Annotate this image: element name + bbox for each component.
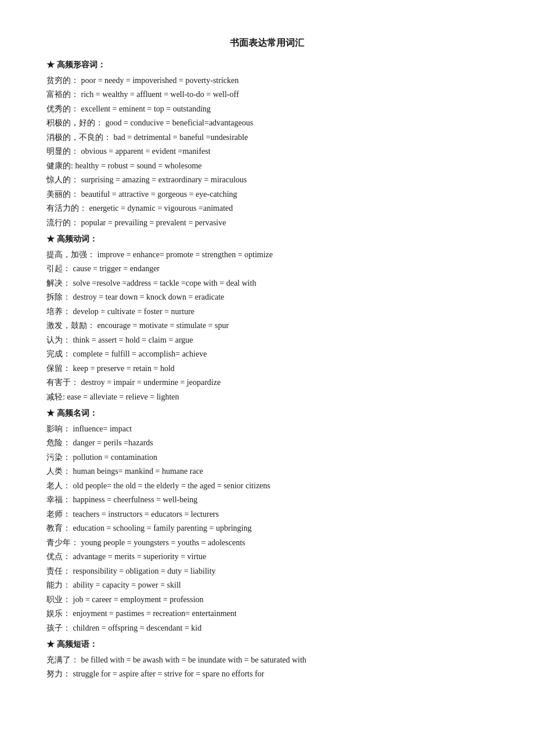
entry-verbs-3: 拆除： destroy = tear down = knock down = e… xyxy=(46,290,488,305)
entry-adjectives-1: 富裕的： rich = wealthy = affluent = well-to… xyxy=(46,88,488,102)
entry-adjectives-0: 贫穷的： poor = needy = impoverished = pover… xyxy=(46,74,488,88)
entry-nouns-14: 孩子： children = offspring = descendant = … xyxy=(46,621,488,636)
entry-nouns-6: 老师： teachers = instructors = educators =… xyxy=(46,507,488,522)
entry-nouns-9: 优点： advantage = merits = superiority = v… xyxy=(46,550,488,564)
entry-verbs-10: 减轻: ease = alleviate = relieve = lighten xyxy=(46,390,488,405)
entry-phrases-0: 充满了： be filled with = be awash with = be… xyxy=(46,653,488,668)
entry-nouns-13: 娱乐： enjoyment = pastimes = recreation= e… xyxy=(46,607,488,621)
entry-nouns-8: 青少年： young people = youngsters = youths … xyxy=(46,536,488,550)
entry-verbs-5: 激发，鼓励： encourage = motivate = stimulate … xyxy=(46,319,488,333)
entry-adjectives-4: 消极的，不良的： bad = detrimental = baneful =un… xyxy=(46,131,488,145)
section-header-adjectives: ★ 高频形容词： xyxy=(46,58,488,73)
entry-nouns-3: 人类： human beings= mankind = humane race xyxy=(46,465,488,479)
entry-adjectives-3: 积极的，好的： good = conducive = beneficial=ad… xyxy=(46,116,488,131)
entry-nouns-12: 职业： job = career = employment = professi… xyxy=(46,593,488,607)
entry-nouns-1: 危险： danger = perils =hazards xyxy=(46,436,488,451)
section-header-nouns: ★ 高频名词： xyxy=(46,406,488,421)
page-title: 书面表达常用词汇 xyxy=(46,35,488,51)
entry-verbs-7: 完成： complete = fulfill = accomplish= ach… xyxy=(46,347,488,362)
entry-verbs-8: 保留： keep = preserve = retain = hold xyxy=(46,362,488,376)
entry-nouns-5: 幸福： happiness = cheerfulness = well-bein… xyxy=(46,493,488,507)
entry-adjectives-2: 优秀的： excellent = eminent = top = outstan… xyxy=(46,102,488,117)
entry-nouns-10: 责任： responsibility = obligation = duty =… xyxy=(46,564,488,579)
section-header-phrases: ★ 高频短语： xyxy=(46,638,488,652)
entry-verbs-1: 引起： cause = trigger = endanger xyxy=(46,262,488,276)
entry-adjectives-8: 美丽的： beautiful = attractive = gorgeous =… xyxy=(46,188,488,202)
entry-verbs-4: 培养： develop = cultivate = foster = nurtu… xyxy=(46,305,488,319)
entry-adjectives-6: 健康的: healthy = robust = sound = wholesom… xyxy=(46,159,488,174)
entry-nouns-2: 污染： pollution = contamination xyxy=(46,451,488,465)
entry-verbs-9: 有害于： destroy = impair = undermine = jeop… xyxy=(46,376,488,390)
entry-nouns-0: 影响： influence= impact xyxy=(46,422,488,437)
content-area: ★ 高频形容词：贫穷的： poor = needy = impoverished… xyxy=(46,58,488,682)
entry-adjectives-10: 流行的： popular = prevailing = prevalent = … xyxy=(46,216,488,231)
entry-adjectives-9: 有活力的： energetic = dynamic = vigourous =a… xyxy=(46,201,488,216)
entry-verbs-0: 提高，加强： improve = enhance= promote = stre… xyxy=(46,248,488,262)
section-header-verbs: ★ 高频动词： xyxy=(46,232,488,247)
entry-phrases-1: 努力： struggle for = aspire after = strive… xyxy=(46,667,488,682)
entry-adjectives-7: 惊人的： surprising = amazing = extraordinar… xyxy=(46,173,488,188)
entry-adjectives-5: 明显的： obvious = apparent = evident =manif… xyxy=(46,145,488,159)
entry-nouns-4: 老人： old people= the old = the elderly = … xyxy=(46,479,488,494)
entry-nouns-11: 能力： ability = capacity = power = skill xyxy=(46,578,488,593)
entry-verbs-6: 认为： think = assert = hold = claim = argu… xyxy=(46,333,488,348)
entry-verbs-2: 解决： solve =resolve =address = tackle =co… xyxy=(46,276,488,291)
entry-nouns-7: 教育： education = schooling = family paren… xyxy=(46,521,488,536)
